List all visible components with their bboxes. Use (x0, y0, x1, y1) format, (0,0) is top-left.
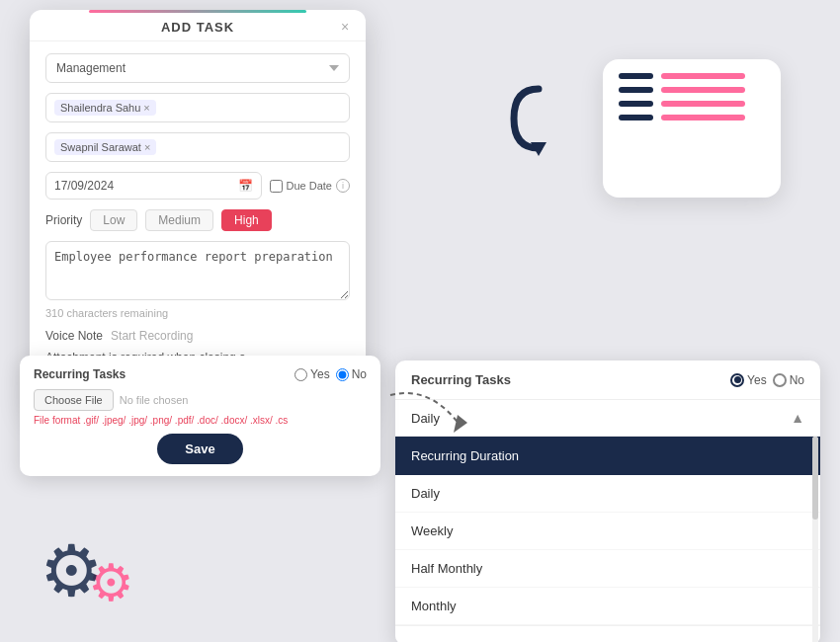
save-button[interactable]: Save (157, 434, 242, 464)
assignee1-remove[interactable]: × (143, 102, 149, 114)
dropdown-item-weekly[interactable]: Weekly (395, 513, 820, 550)
gear-dark-icon: ⚙ (40, 529, 104, 612)
modal-header: ADD TASK × (30, 10, 366, 41)
assignee1-row: Shailendra Sahu × (45, 93, 350, 122)
dropdown-item-monthly[interactable]: Monthly (395, 588, 820, 625)
priority-high-btn[interactable]: High (221, 209, 272, 231)
illus-line-3 (619, 101, 765, 107)
dropdown-menu: Recurring Duration Daily Weekly Half Mon… (395, 437, 820, 642)
description-row: Employee performance report preparation … (45, 241, 350, 319)
file-choose-row: Choose File No file chosen (34, 389, 367, 411)
info-icon: i (336, 179, 350, 193)
description-textarea[interactable]: Employee performance report preparation (45, 241, 350, 300)
illus-line-2 (619, 87, 765, 93)
illus-dark-bar-1 (619, 73, 653, 79)
assignee2-remove[interactable]: × (144, 141, 150, 153)
recurring-large-yes-opt[interactable]: Yes (730, 373, 767, 387)
recurring-small-title: Recurring Tasks (34, 367, 126, 381)
illus-pink-bar-2 (661, 87, 745, 93)
file-format-text: File format .gif/ .jpeg/ .jpg/ .png/ .pd… (34, 415, 367, 426)
assignee1-input[interactable]: Shailendra Sahu × (45, 93, 350, 122)
due-date-checkbox[interactable] (270, 180, 283, 193)
voice-note-row: Voice Note Start Recording (45, 329, 350, 343)
assignee2-row: Swapnil Sarawat × (45, 132, 350, 162)
recurring-small-yes-radio[interactable] (294, 368, 307, 381)
recurring-small-yes-opt[interactable]: Yes (294, 367, 330, 381)
date-input[interactable]: 17/09/2024 📅 (45, 172, 262, 200)
recurring-large-yes-label: Yes (747, 373, 767, 387)
refresh-arrow-icon (509, 79, 568, 158)
dashed-arrow-icon (380, 385, 479, 444)
assignee2-name: Swapnil Sarawat (60, 141, 141, 153)
recurring-small-yes-label: Yes (310, 367, 330, 381)
due-date-label: Due Date (287, 180, 332, 192)
illustration-area (563, 20, 781, 237)
svg-marker-1 (454, 415, 467, 433)
category-select[interactable]: Management (45, 53, 350, 83)
illus-line-1 (619, 73, 765, 79)
calendar-icon: 📅 (238, 179, 253, 193)
recurring-small-no-radio[interactable] (336, 368, 349, 381)
file-choose-btn[interactable]: Choose File (34, 389, 114, 411)
illus-dark-bar-4 (619, 115, 653, 120)
dropdown-arrow-icon[interactable]: ▲ (791, 410, 804, 426)
main-background: ADD TASK × Management Shailendra Sahu × (0, 0, 840, 642)
illus-pink-bar-1 (661, 73, 745, 79)
due-date-check: Due Date i (270, 179, 350, 193)
scrollbar-thumb[interactable] (812, 437, 818, 520)
scrollbar-track (812, 437, 818, 642)
recurring-small-no-opt[interactable]: No (336, 367, 367, 381)
dropdown-item-daily[interactable]: Daily (395, 475, 820, 513)
file-chosen-text: No file chosen (120, 394, 189, 406)
illus-line-4 (619, 115, 765, 120)
assignee2-input[interactable]: Swapnil Sarawat × (45, 132, 350, 162)
close-icon[interactable]: × (336, 18, 354, 36)
recurring-small-header: Recurring Tasks Yes No (34, 367, 367, 381)
modal-body: Management Shailendra Sahu × Swapnil Sar… (30, 41, 366, 398)
modal-title: ADD TASK (161, 20, 234, 35)
assignee1-tag: Shailendra Sahu × (54, 100, 156, 116)
priority-low-btn[interactable]: Low (90, 209, 137, 231)
recurring-large-no-label: No (790, 373, 804, 387)
add-task-modal: ADD TASK × Management Shailendra Sahu × (30, 10, 366, 414)
recurring-large-yes-dot (730, 373, 744, 387)
recurring-small-radio-group: Yes No (294, 367, 367, 381)
gears-area: ⚙ ⚙ (40, 529, 134, 612)
recurring-small-card: Recurring Tasks Yes No Choose File No fi… (20, 356, 380, 476)
illustration-card (603, 59, 781, 198)
priority-row: Priority Low Medium High (45, 209, 350, 231)
recurring-small-no-label: No (352, 367, 367, 381)
dropdown-item-half-monthly[interactable]: Half Monthly (395, 550, 820, 588)
illus-dark-bar-3 (619, 101, 653, 107)
voice-start-btn[interactable]: Start Recording (111, 329, 193, 343)
voice-note-label: Voice Note (45, 329, 103, 343)
priority-label: Priority (45, 213, 82, 227)
recurring-large-radio-group: Yes No (730, 373, 804, 387)
date-value: 17/09/2024 (54, 179, 114, 193)
date-row: 17/09/2024 📅 Due Date i (45, 172, 350, 200)
assignee1-name: Shailendra Sahu (60, 102, 140, 114)
illus-dark-bar-2 (619, 87, 653, 93)
assignee2-tag: Swapnil Sarawat × (54, 139, 156, 155)
illus-pink-bar-3 (661, 101, 745, 107)
recurring-large-no-opt[interactable]: No (773, 373, 804, 387)
recurring-large-no-dot (773, 373, 787, 387)
illus-pink-bar-4 (661, 115, 745, 120)
priority-medium-btn[interactable]: Medium (145, 209, 213, 231)
category-row: Management (45, 53, 350, 83)
dropdown-partial-item (395, 625, 820, 642)
char-count: 310 characters remaining (45, 307, 350, 319)
